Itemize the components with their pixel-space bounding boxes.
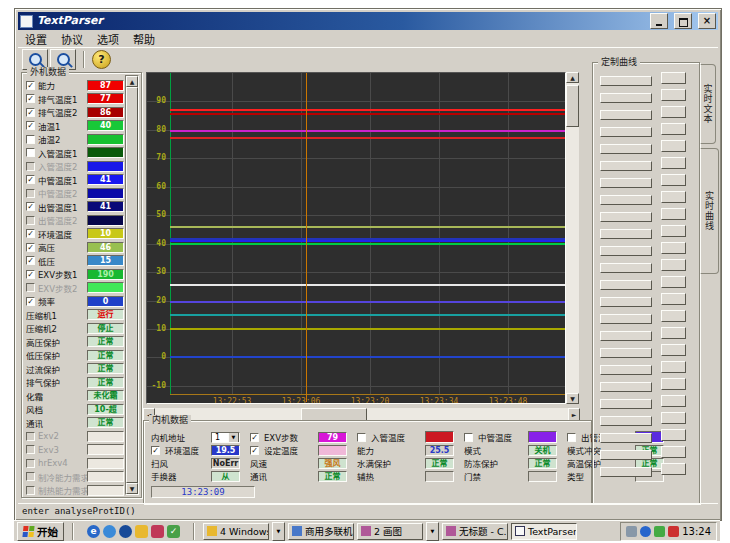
checkbox[interactable] [357, 433, 366, 442]
custom-curve-slot[interactable] [600, 297, 652, 307]
close-button[interactable]: × [698, 13, 716, 29]
custom-curve-slot-small[interactable] [661, 429, 686, 441]
custom-curve-slot[interactable] [600, 450, 652, 460]
checkbox[interactable] [26, 135, 35, 144]
tray-update-icon[interactable] [640, 526, 651, 537]
custom-curve-slot[interactable] [600, 467, 652, 477]
custom-curve-slot-small[interactable] [661, 259, 686, 271]
shield-icon[interactable]: ✓ [167, 525, 180, 538]
checkbox[interactable] [26, 445, 35, 454]
chart-plot-area[interactable]: 9080706050403020100-1013:22:5313:23:0613… [146, 72, 566, 404]
scroll-down-icon[interactable]: ▼ [126, 483, 138, 494]
custom-curve-slot-small[interactable] [661, 310, 686, 322]
scroll-up-icon[interactable]: ▲ [566, 72, 579, 83]
messenger-icon[interactable] [103, 525, 116, 538]
custom-curve-slot[interactable] [600, 331, 652, 341]
custom-curve-slot[interactable] [600, 246, 652, 256]
custom-curve-slot-small[interactable] [661, 191, 686, 203]
custom-curve-slot[interactable] [600, 212, 652, 222]
checkbox[interactable]: ✓ [26, 175, 35, 184]
checkbox[interactable] [26, 283, 35, 292]
custom-curve-slot[interactable] [600, 433, 652, 443]
checkbox[interactable] [26, 216, 35, 225]
taskbar-group-dropdown[interactable]: ▼ [426, 522, 439, 541]
custom-curve-slot-small[interactable] [661, 208, 686, 220]
custom-curve-slot-small[interactable] [661, 174, 686, 186]
tab-realtime-curve[interactable]: 实时曲线 [700, 148, 719, 274]
indoor-address-dropdown[interactable]: 1▼ [211, 432, 240, 443]
checkbox[interactable]: ✓ [26, 256, 35, 265]
checkbox[interactable] [26, 148, 35, 157]
checkbox[interactable] [26, 432, 35, 441]
start-button[interactable]: 开始 [17, 522, 64, 541]
checkbox[interactable]: ✓ [26, 121, 35, 130]
custom-curve-slot-small[interactable] [661, 72, 686, 84]
custom-curve-slot-small[interactable] [661, 412, 686, 424]
taskbar-button[interactable]: 商用多联机... [288, 523, 354, 540]
custom-curve-slot[interactable] [600, 161, 652, 171]
scroll-up-icon[interactable]: ▲ [126, 76, 138, 87]
checkbox[interactable] [26, 162, 35, 171]
custom-curve-slot[interactable] [600, 348, 652, 358]
checkbox[interactable] [26, 486, 35, 495]
custom-curve-slot-small[interactable] [661, 327, 686, 339]
checkbox[interactable]: ✓ [250, 446, 259, 455]
custom-curve-slot[interactable] [600, 76, 652, 86]
checkbox[interactable]: ✓ [26, 81, 35, 90]
custom-curve-slot-small[interactable] [661, 293, 686, 305]
titlebar[interactable]: TextParser × [18, 12, 718, 30]
custom-curve-slot-small[interactable] [661, 344, 686, 356]
custom-curve-slot-small[interactable] [661, 463, 686, 475]
chart-vscrollbar[interactable]: ▲ ▼ [566, 72, 579, 404]
tray-printer-icon[interactable] [626, 526, 637, 537]
custom-curve-slot-small[interactable] [661, 106, 686, 118]
custom-curve-slot-small[interactable] [661, 242, 686, 254]
custom-curve-slot-small[interactable] [661, 361, 686, 373]
checkbox[interactable]: ✓ [26, 202, 35, 211]
ie-icon[interactable]: e [87, 525, 100, 538]
tab-realtime-text[interactable]: 实时文本 [700, 64, 716, 144]
checkbox[interactable]: ✓ [26, 270, 35, 279]
minimize-button[interactable] [650, 13, 668, 29]
custom-curve-slot-small[interactable] [661, 395, 686, 407]
checkbox[interactable]: ✓ [26, 94, 35, 103]
custom-curve-slot-small[interactable] [661, 89, 686, 101]
globe-icon[interactable] [119, 525, 132, 538]
custom-curve-slot-small[interactable] [661, 225, 686, 237]
checkbox[interactable]: ✓ [26, 297, 35, 306]
checkbox[interactable]: ✓ [26, 229, 35, 238]
custom-curve-slot[interactable] [600, 399, 652, 409]
outdoor-scrollbar[interactable]: ▲ ▼ [125, 75, 139, 495]
custom-curve-slot-small[interactable] [661, 157, 686, 169]
taskbar-group-dropdown[interactable]: ▼ [272, 522, 285, 541]
checkbox[interactable] [567, 433, 576, 442]
tray-antivirus-icon[interactable] [654, 526, 665, 537]
custom-curve-slot-small[interactable] [661, 123, 686, 135]
time-cursor-line[interactable] [306, 73, 307, 402]
outdoor-scroll-thumb[interactable] [126, 87, 138, 483]
custom-curve-slot-small[interactable] [661, 140, 686, 152]
custom-curve-slot[interactable] [600, 178, 652, 188]
custom-curve-slot[interactable] [600, 144, 652, 154]
custom-curve-slot[interactable] [600, 416, 652, 426]
custom-curve-slot[interactable] [600, 127, 652, 137]
media-icon[interactable] [151, 525, 164, 538]
checkbox[interactable]: ✓ [26, 108, 35, 117]
checkbox[interactable]: ✓ [250, 433, 259, 442]
checkbox[interactable] [26, 189, 35, 198]
taskbar-button[interactable]: 4 Windows ... [203, 523, 269, 540]
help-button[interactable]: ? [92, 50, 111, 69]
custom-curve-slot[interactable] [600, 93, 652, 103]
checkbox[interactable] [26, 459, 35, 468]
chevron-down-icon[interactable]: ▼ [228, 432, 239, 443]
custom-curve-slot[interactable] [600, 382, 652, 392]
taskbar-button[interactable]: 2 画图 [357, 523, 423, 540]
menu-item-help[interactable]: 帮助 [126, 31, 162, 47]
menu-item-options[interactable]: 选项 [90, 31, 126, 47]
custom-curve-slot-small[interactable] [661, 276, 686, 288]
taskbar-button[interactable]: TextParser [511, 523, 577, 540]
tray-thunder-icon[interactable] [668, 526, 679, 537]
chart-vscroll-thumb[interactable] [566, 85, 579, 127]
menu-item-protocol[interactable]: 协议 [54, 31, 90, 47]
custom-curve-slot[interactable] [600, 229, 652, 239]
